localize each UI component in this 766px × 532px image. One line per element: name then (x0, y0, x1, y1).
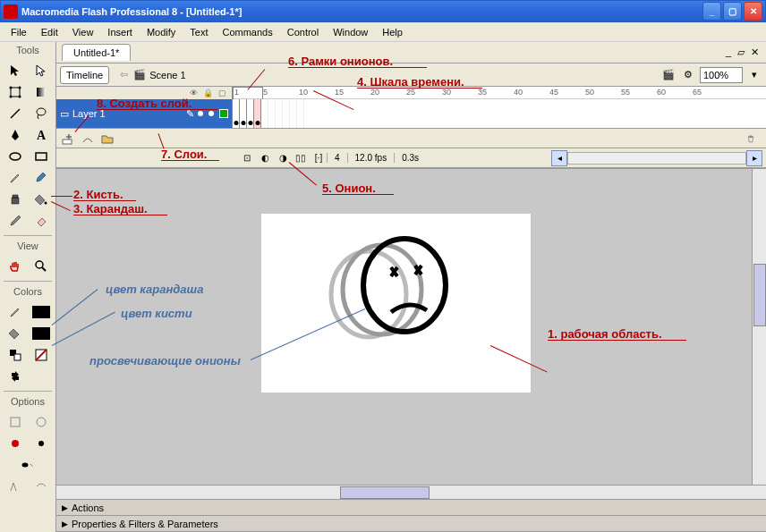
menubar: File Edit View Insert Modify Text Comman… (0, 22, 766, 42)
frame-ruler[interactable]: 1 5 10 15 20 25 30 35 40 45 50 55 60 65 (233, 87, 766, 99)
annotation-brush: 2. Кисть. (73, 188, 123, 201)
fill-color-swatch[interactable] (29, 324, 53, 343)
option-7[interactable] (29, 477, 53, 496)
timeline-scrollbar[interactable] (567, 152, 746, 165)
svg-point-3 (9, 96, 12, 98)
zoom-tool[interactable] (29, 257, 53, 276)
titlebar: Macromedia Flash Professional 8 - [Untit… (0, 0, 766, 22)
scroll-right-button[interactable]: ▸ (746, 150, 762, 166)
ink-bottle-tool[interactable] (3, 190, 27, 209)
elapsed-display: 0.3s (394, 153, 426, 163)
lasso-tool[interactable] (29, 104, 53, 123)
stage-canvas[interactable] (261, 214, 531, 393)
menu-commands[interactable]: Commands (215, 24, 279, 40)
menu-insert[interactable]: Insert (100, 24, 140, 40)
svg-point-21 (38, 441, 44, 446)
option-6[interactable] (3, 477, 27, 496)
zoom-dropdown-icon[interactable]: ▾ (746, 67, 762, 83)
option-1[interactable] (3, 412, 27, 432)
oval-tool[interactable] (3, 147, 27, 166)
svg-text:A: A (37, 129, 47, 142)
free-transform-tool[interactable] (3, 82, 27, 102)
insert-motion-guide-button[interactable] (80, 131, 96, 147)
menu-edit[interactable]: Edit (34, 24, 65, 40)
swap-colors-button[interactable] (3, 367, 27, 386)
vertical-scrollbar[interactable] (752, 169, 766, 485)
colors-section-title: Colors (0, 283, 55, 300)
doc-minimize-button[interactable]: _ (724, 45, 733, 60)
selection-tool[interactable] (3, 61, 27, 80)
doc-restore-button[interactable]: ▱ (736, 45, 746, 60)
window-title: Macromedia Flash Professional 8 - [Untit… (21, 6, 701, 17)
no-color-button[interactable] (29, 345, 53, 365)
minimize-button[interactable]: _ (702, 2, 721, 21)
layer-visible-dot[interactable] (198, 111, 203, 116)
pen-tool[interactable] (3, 125, 27, 145)
scene-label[interactable]: 🎬 Scene 1 (133, 69, 185, 80)
layer-lock-dot[interactable] (209, 111, 214, 116)
document-tab[interactable]: Untitled-1* (62, 44, 131, 61)
paint-bucket-tool[interactable] (29, 190, 53, 209)
edit-scene-icon[interactable]: 🎬 (660, 67, 677, 83)
actions-panel-header[interactable]: ▶ Actions (56, 500, 766, 516)
menu-file[interactable]: File (4, 24, 34, 40)
maximize-button[interactable]: ▢ (723, 2, 742, 21)
svg-rect-0 (11, 88, 20, 97)
eyedropper-tool[interactable] (3, 211, 27, 231)
modify-onion-markers-button[interactable]: [·] (311, 150, 327, 166)
insert-folder-button[interactable] (99, 131, 115, 147)
onion-skin-outlines-button[interactable]: ◑ (275, 150, 291, 166)
option-3[interactable] (3, 434, 27, 453)
frames-row[interactable] (233, 99, 766, 128)
svg-rect-5 (37, 88, 46, 97)
ruler-mark: 65 (693, 88, 702, 97)
rectangle-tool[interactable] (29, 147, 53, 166)
zoom-input[interactable] (700, 67, 743, 83)
doc-close-button[interactable]: ✕ (749, 45, 761, 60)
gradient-transform-tool[interactable] (29, 82, 53, 102)
stage-viewport[interactable] (56, 168, 766, 485)
svg-point-9 (10, 153, 21, 160)
layer-outline-swatch[interactable] (219, 109, 228, 118)
tools-panel: Tools A View Colors (0, 42, 56, 532)
scroll-left-button[interactable]: ◂ (551, 150, 567, 166)
brush-shape[interactable] (3, 455, 53, 475)
edit-symbol-icon[interactable]: ⚙ (680, 67, 696, 83)
outline-column-icon[interactable]: ▢ (218, 89, 226, 97)
menu-view[interactable]: View (65, 24, 101, 40)
center-frame-button[interactable]: ⊡ (239, 150, 255, 166)
svg-line-13 (42, 267, 46, 271)
delete-layer-button[interactable] (746, 131, 762, 147)
brush-size[interactable] (29, 434, 53, 453)
subselection-tool[interactable] (29, 61, 53, 80)
menu-modify[interactable]: Modify (140, 24, 183, 40)
ruler-mark: 40 (514, 88, 523, 97)
horizontal-scrollbar[interactable] (56, 485, 766, 499)
svg-rect-10 (36, 153, 47, 160)
lock-column-icon[interactable]: 🔒 (203, 89, 213, 97)
text-tool[interactable]: A (29, 125, 53, 145)
fill-color-icon (3, 324, 27, 343)
stroke-color-swatch[interactable] (29, 302, 53, 322)
option-2[interactable] (29, 412, 53, 432)
ruler-mark: 60 (657, 88, 666, 97)
menu-control[interactable]: Control (280, 24, 326, 40)
scene-back-button[interactable]: ⇦ (115, 69, 133, 80)
hand-tool[interactable] (3, 257, 27, 276)
line-tool[interactable] (3, 104, 27, 123)
timeline-button[interactable]: Timeline (60, 66, 109, 84)
pencil-tool[interactable] (3, 168, 27, 188)
scene-name: Scene 1 (149, 70, 185, 80)
menu-text[interactable]: Text (183, 24, 215, 40)
edit-multiple-frames-button[interactable]: ▯▯ (293, 150, 309, 166)
menu-window[interactable]: Window (326, 24, 375, 40)
brush-tool[interactable] (29, 168, 53, 188)
eraser-tool[interactable] (29, 211, 53, 231)
app-icon (4, 4, 18, 19)
black-white-button[interactable] (3, 345, 27, 365)
insert-layer-button[interactable] (60, 131, 76, 147)
menu-help[interactable]: Help (375, 24, 410, 40)
properties-panel-header[interactable]: ▶ Properties & Filters & Parameters (56, 516, 766, 532)
close-button[interactable]: ✕ (744, 2, 762, 21)
onion-skin-button[interactable]: ◐ (257, 150, 273, 166)
